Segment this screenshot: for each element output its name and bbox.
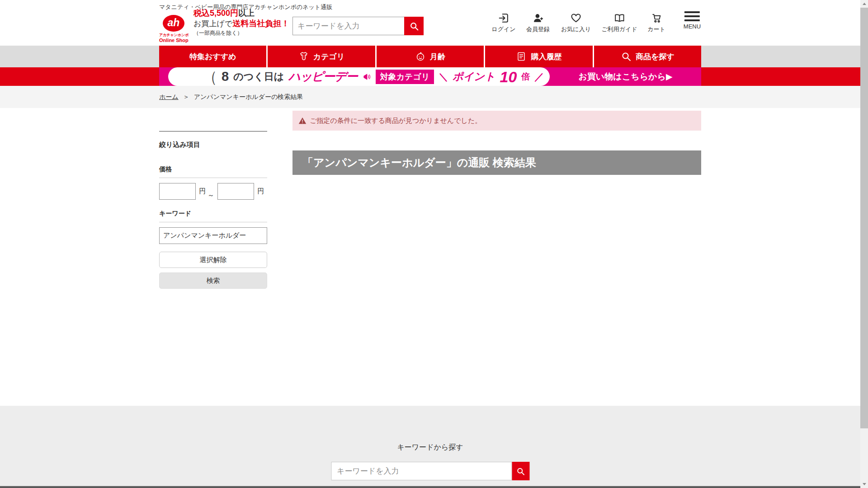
filter-sidebar: 絞り込み項目 価格 円 ～ 円 キーワード 選択解除 検索 <box>159 131 267 289</box>
results-title-bar: 「アンパンマンキーホルダー」の通販 検索結果 <box>292 150 701 175</box>
hamburger-icon <box>684 11 700 21</box>
header-search-input[interactable] <box>292 17 404 35</box>
header: マタニティ・ベビー用品の専門店アカチャンホンポのネット通販 ah アカチャンホン… <box>0 0 860 46</box>
search-icon <box>621 51 632 62</box>
promo-condition: お買上げで <box>193 19 232 28</box>
clear-selection-button[interactable]: 選択解除 <box>159 252 267 268</box>
menu-button[interactable]: MENU <box>684 11 701 30</box>
nav-category[interactable]: カテゴリ <box>268 46 375 67</box>
breadcrumb-separator: ＞ <box>183 93 189 101</box>
promo-free-shipping: 送料当社負担！ <box>232 19 289 28</box>
banner-point-number: 10 <box>500 69 517 84</box>
guide-book-icon <box>613 12 625 24</box>
breadcrumb-current: アンパンマンキーホルダーの検索結果 <box>194 93 303 101</box>
banner-tag: 対象カテゴリ <box>376 70 434 84</box>
promo-amount-suffix: 以上 <box>238 9 255 18</box>
nav-category-label: カテゴリ <box>313 52 345 62</box>
logo[interactable]: ah アカチャンホンポ Online Shop <box>159 15 188 43</box>
footer-search-heading: キーワードから探す <box>0 443 860 452</box>
banner-cta[interactable]: お買い物はこちらから▶ <box>550 67 701 86</box>
baby-clothes-icon <box>298 51 309 62</box>
page: マタニティ・ベビー用品の専門店アカチャンホンポのネット通販 ah アカチャンホン… <box>0 0 868 488</box>
member-add-icon <box>532 12 544 24</box>
footer-search-button[interactable] <box>512 462 529 480</box>
promo-banner-row: （ 8 のつく日は ハッピーデー 対象カテゴリ ＼ ポイント 10 倍 ／ お買… <box>0 67 860 86</box>
search-icon <box>409 21 419 31</box>
warning-icon <box>298 117 307 125</box>
yen-label-min: 円 <box>199 187 206 196</box>
favorites-label: お気に入り <box>561 25 591 33</box>
banner-slash-right: ／ <box>534 70 544 83</box>
cart-link[interactable]: カート <box>647 12 665 33</box>
no-results-alert: ご指定の条件に一致する商品が見つかりませんでした。 <box>292 111 701 131</box>
register-label: 会員登録 <box>526 25 550 33</box>
guide-label: ご利用ガイド <box>601 25 637 33</box>
banner-lead-text: のつく日は <box>233 70 284 84</box>
banner-brand-text: ハッピーデー <box>288 69 357 84</box>
price-underline <box>159 178 267 178</box>
favorites-link[interactable]: お気に入り <box>561 12 591 33</box>
sidebar-search-button[interactable]: 検索 <box>159 272 267 289</box>
nav-featured[interactable]: 特集おすすめ <box>159 46 266 67</box>
heart-icon <box>570 12 582 24</box>
sidebar-divider <box>159 131 267 131</box>
scrollbar-up-arrow[interactable] <box>863 3 866 5</box>
baby-face-icon <box>415 51 426 62</box>
login-label: ログイン <box>491 25 515 33</box>
logo-name: アカチャンホンポ <box>159 33 188 38</box>
scrollbar-down-arrow[interactable] <box>863 483 866 485</box>
header-search-button[interactable] <box>404 17 424 35</box>
nav-history[interactable]: 購入履歴 <box>485 46 592 67</box>
no-results-message: ご指定の条件に一致する商品が見つかりませんでした。 <box>310 117 481 125</box>
nav-search-products-label: 商品を探す <box>636 52 675 62</box>
shipping-promo: 税込5,500円以上 お買上げで送料当社負担！ （一部商品を除く） <box>193 8 289 37</box>
banner-pill: （ 8 のつく日は ハッピーデー 対象カテゴリ ＼ ポイント 10 倍 ／ <box>168 67 550 86</box>
nav-age-label: 月齢 <box>430 52 445 62</box>
price-range-row: 円 ～ 円 <box>159 183 267 200</box>
price-min-input[interactable] <box>159 183 196 200</box>
promo-amount: 税込5,500円 <box>193 9 238 18</box>
filter-title: 絞り込み項目 <box>159 141 267 149</box>
register-link[interactable]: 会員登録 <box>526 12 550 33</box>
footer-search <box>331 462 529 480</box>
cart-icon <box>651 12 662 24</box>
guide-link[interactable]: ご利用ガイド <box>601 12 637 33</box>
document-icon <box>516 51 527 62</box>
scrollbar[interactable] <box>860 0 868 488</box>
banner-point-unit: 倍 <box>521 71 530 83</box>
footer: キーワードから探す <box>0 406 860 486</box>
breadcrumb: ホーム ＞ アンパンマンキーホルダーの検索結果 <box>159 86 701 108</box>
banner-point-text: ポイント <box>453 70 495 84</box>
login-link[interactable]: ログイン <box>491 12 515 33</box>
header-search <box>292 17 424 35</box>
nav-featured-label: 特集おすすめ <box>189 52 236 62</box>
cart-label: カート <box>647 25 665 33</box>
price-tilde: ～ <box>208 191 214 200</box>
footer-search-input[interactable] <box>331 462 512 480</box>
banner-lead-number: 8 <box>222 70 229 83</box>
logo-icon: ah <box>163 15 184 32</box>
banner-slash-left: ＼ <box>439 70 448 83</box>
keyword-filter-label: キーワード <box>159 210 267 218</box>
nav-search-products[interactable]: 商品を探す <box>594 46 701 67</box>
happy-day-banner[interactable]: （ 8 のつく日は ハッピーデー 対象カテゴリ ＼ ポイント 10 倍 ／ お買… <box>159 67 701 86</box>
price-max-input[interactable] <box>217 183 254 200</box>
megaphone-icon <box>362 72 371 81</box>
login-icon <box>498 12 509 24</box>
menu-label: MENU <box>684 23 701 30</box>
nav-age[interactable]: 月齢 <box>377 46 484 67</box>
keyword-underline <box>159 222 267 222</box>
breadcrumb-row: ホーム ＞ アンパンマンキーホルダーの検索結果 <box>0 86 860 108</box>
main-content: 絞り込み項目 価格 円 ～ 円 キーワード 選択解除 検索 <box>0 108 860 406</box>
main-nav: 特集おすすめ カテゴリ <box>0 46 860 67</box>
keyword-input[interactable] <box>159 227 267 244</box>
footer-bottom-bar <box>0 486 860 488</box>
banner-paren: （ <box>203 69 217 84</box>
breadcrumb-home-link[interactable]: ホーム <box>159 93 179 101</box>
scrollbar-thumb[interactable] <box>860 8 868 428</box>
search-icon <box>516 467 525 476</box>
promo-note: （一部商品を除く） <box>193 30 289 37</box>
price-filter-label: 価格 <box>159 165 267 174</box>
yen-label-max: 円 <box>257 187 264 196</box>
logo-shop-label: Online Shop <box>159 38 188 43</box>
